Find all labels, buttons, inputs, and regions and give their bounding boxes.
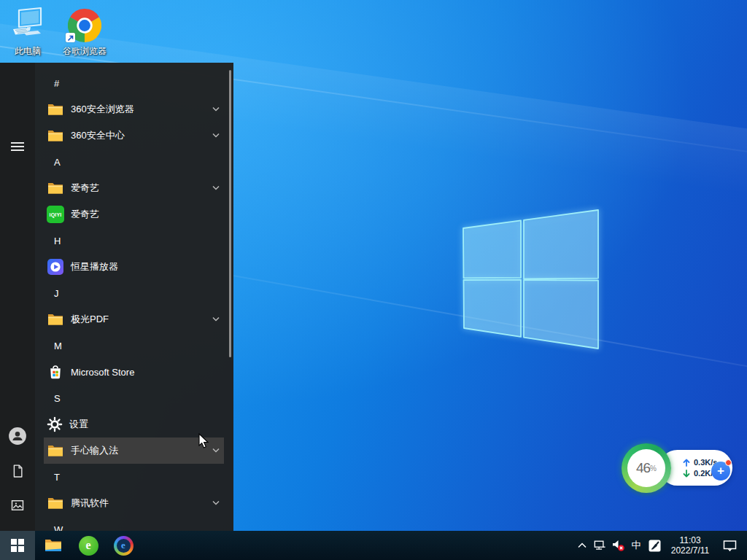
folder-icon [47,127,64,144]
system-tray: 中 11:03 2022/7/11 [573,531,743,560]
desktop-icon-chrome[interactable]: 谷歌浏览器 [57,6,112,58]
start-menu-rail [0,63,35,531]
item-label: 手心输入法 [71,444,118,457]
iqiyi-icon: iQIYI [47,206,64,223]
pictures-button[interactable] [0,490,35,521]
windows-logo [458,206,604,356]
start-item-iqiyi-folder[interactable]: 爱奇艺 [44,175,224,201]
tray-show-hidden[interactable] [573,531,591,560]
start-item-360-center[interactable]: 360安全中心 [44,122,224,149]
tray-ime-language[interactable]: 中 [627,531,645,560]
start-item-microsoft-store[interactable]: Microsoft Store [44,359,224,385]
section-header-h[interactable]: H [35,228,233,254]
memory-percent: 46 [636,460,650,476]
clock-time: 11:03 [664,535,716,545]
menu-expand-button[interactable] [0,131,35,162]
gear-icon [47,416,63,432]
item-label: 爱奇艺 [71,208,99,221]
clock-date: 2022/7/11 [664,545,716,556]
this-pc-icon [0,6,55,42]
item-label: 360安全中心 [71,129,125,142]
section-header-t[interactable]: T [35,464,233,490]
start-item-360-browser[interactable]: 360安全浏览器 [44,96,224,122]
chevron-down-icon[interactable] [212,448,220,453]
tray-network[interactable] [591,531,608,560]
network-icon [593,540,606,551]
star-player-icon [47,258,64,276]
action-center-icon [723,540,737,552]
memory-usage-ball[interactable]: 46 % [622,443,671,493]
chevron-down-icon[interactable] [212,185,220,190]
net-speed-widget: 0.3K/s 0.2K/s + 46 % [622,443,732,494]
taskbar-file-explorer[interactable] [36,531,70,560]
folder-icon [47,311,64,328]
section-header-a[interactable]: A [35,149,233,175]
section-header-m[interactable]: M [35,332,233,359]
ms-store-icon [47,363,64,381]
tray-volume-muted[interactable] [608,531,627,560]
desktop-icon-this-pc[interactable]: 此电脑 [0,6,55,58]
speed-browser-icon: e [114,536,133,556]
tray-clock[interactable]: 11:03 2022/7/11 [664,535,716,556]
ime-pen-icon [649,540,661,552]
360-browser-icon: e [79,536,98,556]
desktop-icon-label: 谷歌浏览器 [57,45,112,58]
start-item-tencent[interactable]: 腾讯软件 [44,490,224,516]
desktop-wallpaper: 此电脑 谷歌浏览器 0.3K/s [0,0,747,560]
hamburger-icon [11,141,24,152]
notification-dot [725,459,732,466]
taskbar-360-browser[interactable]: e [71,531,105,560]
start-menu: # 360安全浏览器 360安全中心 A 爱奇艺 iQIYI 爱奇艺 [0,63,233,531]
windows-start-icon [11,539,24,552]
desktop-icon-label: 此电脑 [0,45,55,58]
chrome-icon [57,6,112,42]
start-item-jiguang-pdf[interactable]: 极光PDF [44,306,224,332]
start-menu-app-list: # 360安全浏览器 360安全中心 A 爱奇艺 iQIYI 爱奇艺 [35,63,233,542]
taskbar-speed-browser[interactable]: e [107,531,140,560]
item-label: 360安全浏览器 [71,103,134,116]
item-label: 腾讯软件 [71,497,109,510]
start-item-star-player[interactable]: 恒星播放器 [44,254,224,280]
chevron-down-icon[interactable] [212,500,220,505]
start-menu-scrollbar[interactable] [229,70,231,357]
folder-icon [47,442,64,459]
file-explorer-icon [44,537,63,554]
start-item-iqiyi-app[interactable]: iQIYI 爱奇艺 [44,201,224,228]
folder-icon [47,179,64,197]
download-arrow-icon [683,470,690,478]
speaker-muted-icon [611,539,625,552]
taskbar: e e 中 [0,531,747,560]
section-header-j[interactable]: J [35,280,233,306]
start-item-shouxin-ime[interactable]: 手心输入法 [44,438,224,464]
section-header-s[interactable]: S [35,385,233,411]
upload-arrow-icon [683,459,690,467]
start-button[interactable] [0,531,35,560]
document-icon [10,464,25,478]
start-item-settings[interactable]: 设置 [44,411,224,438]
item-label: 极光PDF [71,313,109,326]
item-label: 设置 [69,418,88,431]
user-account-button[interactable] [0,421,35,451]
chevron-down-icon[interactable] [212,133,220,138]
action-center-button[interactable] [716,531,743,560]
folder-icon [47,494,64,512]
folder-icon [47,101,64,118]
user-icon [8,427,27,446]
tray-ime-app[interactable] [645,531,664,560]
chevron-down-icon[interactable] [212,316,220,322]
shortcut-arrow-icon [66,33,75,42]
pictures-icon [10,498,25,513]
item-label: 恒星播放器 [71,260,118,273]
chevron-down-icon[interactable] [212,106,220,112]
documents-button[interactable] [0,456,35,486]
item-label: Microsoft Store [71,367,134,378]
chevron-up-icon [578,542,587,548]
item-label: 爱奇艺 [71,182,99,195]
section-header-hash[interactable]: # [35,70,233,96]
